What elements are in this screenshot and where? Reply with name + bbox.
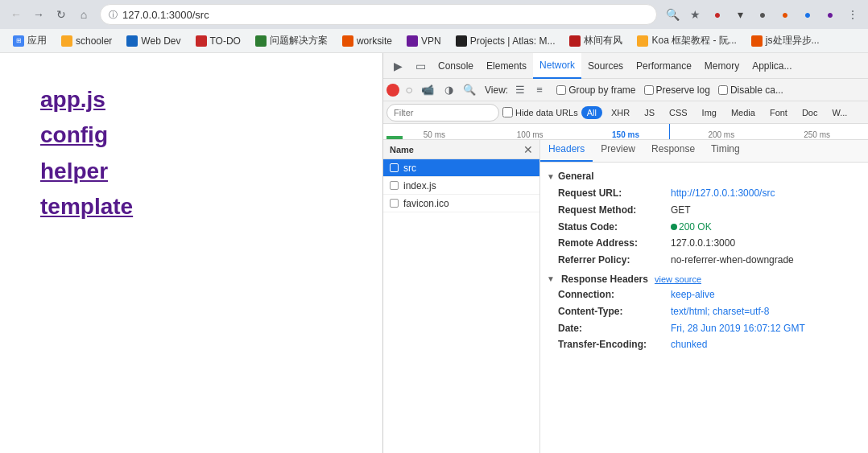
list-item-indexjs[interactable]: index.js: [383, 177, 539, 195]
bookmark-schooler[interactable]: schooler: [55, 33, 118, 49]
indexjs-checkbox: [390, 181, 399, 190]
referrer-policy-key: Referrer Policy:: [558, 253, 671, 267]
name-list-header: Name ✕: [383, 140, 539, 159]
general-section-header[interactable]: ▼ General: [547, 167, 862, 185]
sub-tab-preview[interactable]: Preview: [593, 140, 643, 162]
transfer-encoding-row: Transfer-Encoding: chunked: [547, 336, 862, 353]
list-item-src[interactable]: src: [383, 159, 539, 177]
request-url-val: http://127.0.0.1:3000/src: [671, 187, 775, 200]
referrer-policy-val: no-referrer-when-downgrade: [671, 253, 794, 267]
devtools-device-icon[interactable]: ▭: [409, 55, 432, 77]
filter-img[interactable]: Img: [696, 106, 722, 119]
bookmark-wenti[interactable]: 问题解决方案: [249, 31, 334, 50]
filter-xhr[interactable]: XHR: [606, 106, 635, 119]
extension5-icon[interactable]: ●: [799, 6, 816, 23]
bookmark-projects[interactable]: Projects | Atlas: M...: [449, 33, 562, 49]
stop-button[interactable]: ○: [403, 84, 415, 97]
disable-cache-checkbox[interactable]: Disable ca...: [718, 84, 783, 96]
sub-tab-response[interactable]: Response: [643, 140, 703, 162]
bookmark-vpn[interactable]: VPN: [400, 33, 448, 49]
filter-css[interactable]: CSS: [663, 106, 693, 119]
date-row: Date: Fri, 28 Jun 2019 16:07:12 GMT: [547, 320, 862, 337]
bookmark-vpn-icon: [407, 35, 418, 47]
devtools-tabs: ▶ ▭ Console Elements Network Sources Per…: [383, 53, 868, 79]
back-button[interactable]: ←: [6, 5, 26, 24]
bookmark-worksite[interactable]: worksite: [336, 33, 399, 49]
address-bar[interactable]: ⓘ 127.0.0.1:3000/src: [100, 4, 657, 25]
timeline-green-bar: [386, 136, 403, 139]
bookmark-koa[interactable]: Koa 框架教程 - 阮...: [630, 31, 742, 50]
search-network-icon[interactable]: 🔍: [461, 81, 478, 99]
extension1-icon[interactable]: ●: [709, 6, 726, 23]
bookmark-js-icon: [751, 35, 763, 47]
general-title: General: [558, 171, 594, 182]
home-button[interactable]: ⌂: [74, 5, 93, 24]
filter-js[interactable]: JS: [639, 106, 660, 119]
search-icon[interactable]: 🔍: [663, 6, 681, 23]
tab-elements[interactable]: Elements: [480, 53, 533, 79]
preserve-log-checkbox[interactable]: Preserve log: [644, 84, 710, 96]
devtools-inspect-icon[interactable]: ▶: [386, 55, 409, 77]
bookmark-webdev-icon: [126, 35, 138, 47]
list-view-icon[interactable]: ☰: [511, 81, 529, 99]
filter-media[interactable]: Media: [725, 106, 761, 119]
extension6-icon[interactable]: ●: [821, 6, 839, 23]
tab-memory[interactable]: Memory: [698, 53, 746, 79]
bookmark-js[interactable]: js处理异步...: [745, 31, 826, 50]
extension4-icon[interactable]: ●: [776, 6, 794, 23]
bookmark-webdev[interactable]: Web Dev: [120, 33, 187, 49]
general-arrow-icon: ▼: [547, 172, 555, 181]
link-template[interactable]: template: [40, 192, 342, 221]
forward-button[interactable]: →: [29, 5, 48, 24]
extension2-icon[interactable]: ▾: [731, 6, 749, 23]
transfer-encoding-key: Transfer-Encoding:: [558, 338, 671, 352]
view-source-link[interactable]: view source: [655, 274, 701, 284]
bookmark-apps[interactable]: ⊞ 应用: [6, 31, 53, 50]
record-button[interactable]: [386, 84, 399, 97]
bookmark-linjian-label: 林间有风: [584, 34, 622, 47]
name-column-label: Name: [390, 145, 414, 154]
tree-view-icon[interactable]: ≡: [531, 81, 548, 99]
link-appjs[interactable]: app.js: [40, 85, 342, 114]
headers-content: ▼ General Request URL: http://127.0.0.1:…: [540, 163, 868, 358]
camera-icon[interactable]: 📹: [419, 81, 436, 99]
request-url-row: Request URL: http://127.0.0.1:3000/src: [547, 185, 862, 202]
sub-tab-headers[interactable]: Headers: [540, 140, 593, 162]
close-panel-button[interactable]: ✕: [523, 143, 533, 156]
reload-button[interactable]: ↻: [52, 5, 71, 24]
list-item-favicon[interactable]: favicon.ico: [383, 195, 539, 212]
hide-data-urls-label[interactable]: Hide data URLs: [502, 107, 578, 117]
content-type-key: Content-Type:: [558, 305, 671, 319]
bookmark-star-icon[interactable]: ★: [686, 6, 704, 23]
filter-w[interactable]: W...: [826, 106, 853, 119]
filter-font[interactable]: Font: [764, 106, 793, 119]
src-checkbox: [390, 163, 399, 172]
bookmark-worksite-icon: [342, 35, 353, 47]
tab-applica[interactable]: Applica...: [746, 53, 798, 79]
tab-console[interactable]: Console: [432, 53, 480, 79]
group-by-frame-checkbox[interactable]: Group by frame: [556, 84, 635, 96]
name-list: Name ✕ src index.js favicon.ico: [383, 140, 540, 453]
connection-val: keep-alive: [671, 288, 715, 302]
tab-network[interactable]: Network: [533, 53, 581, 79]
address-text: 127.0.0.1:3000/src: [122, 9, 648, 21]
link-config[interactable]: config: [40, 121, 342, 150]
bookmark-todo-icon: [196, 35, 207, 47]
extension3-icon[interactable]: ●: [754, 6, 771, 23]
menu-icon[interactable]: ⋮: [844, 6, 862, 23]
timeline-cursor: [669, 124, 670, 139]
tab-sources[interactable]: Sources: [581, 53, 630, 79]
link-helper[interactable]: helper: [40, 157, 342, 186]
filter-input[interactable]: [386, 104, 499, 121]
filter-icon[interactable]: ◑: [440, 81, 457, 99]
tab-performance[interactable]: Performance: [630, 53, 698, 79]
content-type-row: Content-Type: text/html; charset=utf-8: [547, 303, 862, 320]
timeline-100ms: 100 ms: [482, 130, 578, 139]
sub-tab-timing[interactable]: Timing: [703, 140, 748, 162]
timeline-bar: 50 ms 100 ms 150 ms 200 ms 250 ms: [383, 124, 868, 140]
filter-all[interactable]: All: [581, 106, 602, 119]
response-headers-section-header[interactable]: ▼ Response Headers view source: [547, 269, 862, 286]
bookmark-linjian[interactable]: 林间有风: [563, 31, 629, 50]
bookmark-todo[interactable]: TO-DO: [189, 33, 247, 49]
filter-doc[interactable]: Doc: [796, 106, 824, 119]
